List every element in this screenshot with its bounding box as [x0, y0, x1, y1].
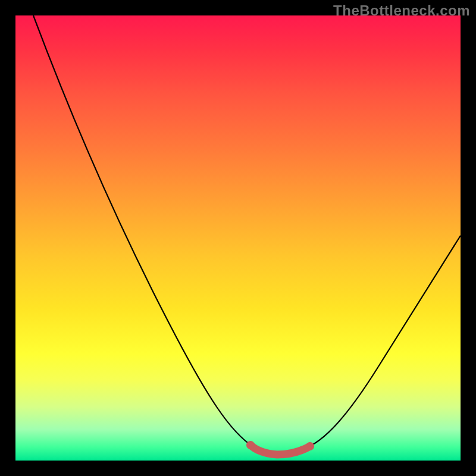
- watermark-text: TheBottleneck.com: [333, 2, 470, 19]
- plot-area: [15, 15, 461, 461]
- trough-marker-end-dot: [306, 442, 314, 450]
- trough-marker-start-dot: [246, 441, 255, 449]
- bottleneck-curve: [15, 15, 461, 461]
- curve-path: [33, 15, 461, 452]
- trough-marker: [250, 445, 310, 455]
- chart-frame: TheBottleneck.com: [0, 0, 476, 476]
